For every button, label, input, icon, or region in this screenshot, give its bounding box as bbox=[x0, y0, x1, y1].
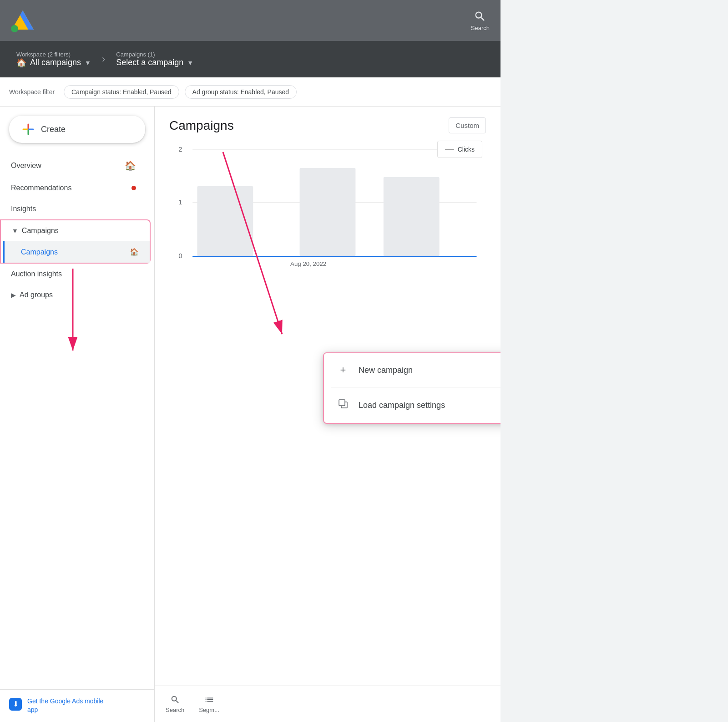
auction-insights-label: Auction insights bbox=[11, 270, 62, 278]
campaigns-home-icon: 🏠 bbox=[130, 248, 139, 256]
recommendations-label: Recommendations bbox=[11, 184, 71, 192]
svg-rect-15 bbox=[197, 186, 253, 256]
ad-groups-label: Ad groups bbox=[20, 291, 53, 299]
svg-text:0: 0 bbox=[178, 252, 182, 259]
sidebar-item-campaigns[interactable]: Campaigns 🏠 bbox=[3, 241, 150, 263]
mobile-download-icon: ⬇ bbox=[9, 698, 22, 711]
campaigns-sub-label: Campaigns bbox=[21, 248, 58, 256]
breadcrumb-separator: › bbox=[98, 53, 109, 65]
search-bottom-icon bbox=[170, 695, 180, 705]
campaigns-chevron-icon: ▼ bbox=[12, 227, 18, 234]
svg-text:2: 2 bbox=[178, 146, 182, 153]
campaigns-section: ▼ Campaigns Campaigns 🏠 bbox=[0, 219, 151, 264]
copy-icon bbox=[337, 398, 349, 412]
search-button[interactable]: Search bbox=[471, 10, 490, 31]
svg-rect-16 bbox=[300, 168, 356, 256]
filter-bar: Workspace filter Campaign status: Enable… bbox=[0, 77, 500, 107]
sidebar-bottom: ⬇ Get the Google Ads mobile app bbox=[0, 689, 154, 722]
segment-icon bbox=[204, 695, 214, 705]
search-segment-item[interactable]: Search bbox=[166, 695, 184, 713]
create-button[interactable]: Create bbox=[9, 116, 145, 143]
new-campaign-label: New campaign bbox=[359, 366, 413, 375]
ad-groups-chevron: ▶ bbox=[11, 291, 16, 299]
campaign-status-filter[interactable]: Campaign status: Enabled, Paused bbox=[64, 85, 179, 99]
workspace-value: All campaigns bbox=[30, 58, 81, 67]
campaigns-chevron: ▼ bbox=[187, 59, 193, 66]
plus-icon: + bbox=[337, 364, 349, 376]
search-icon bbox=[474, 10, 486, 23]
sidebar-item-overview[interactable]: Overview 🏠 bbox=[0, 154, 147, 178]
google-ads-logo-icon bbox=[11, 9, 35, 32]
segment-item[interactable]: Segm... bbox=[199, 695, 219, 713]
insights-label: Insights bbox=[11, 205, 36, 213]
campaigns-bc-label: Campaigns (1) bbox=[116, 51, 193, 58]
create-dropdown: + New campaign Load campaign settings bbox=[323, 352, 500, 424]
legend-line bbox=[445, 149, 454, 150]
main-content: Create Overview 🏠 Recommendations Insigh… bbox=[0, 107, 500, 722]
create-plus-icon bbox=[22, 123, 35, 136]
right-content: Campaigns Custom Clicks 2 1 0 bbox=[155, 107, 500, 722]
chart-svg: 2 1 0 Aug 20, 2022 bbox=[169, 141, 486, 268]
sidebar-item-recommendations[interactable]: Recommendations bbox=[0, 178, 147, 198]
overview-icon: 🏠 bbox=[125, 160, 136, 171]
svg-rect-17 bbox=[384, 177, 440, 256]
sidebar: Create Overview 🏠 Recommendations Insigh… bbox=[0, 107, 155, 722]
filter-bar-label: Workspace filter bbox=[9, 88, 55, 96]
campaigns-header: Campaigns Custom bbox=[155, 107, 500, 133]
campaigns-title: Campaigns bbox=[169, 118, 234, 133]
mobile-app-line1: Get the Google Ads mobile bbox=[27, 697, 103, 705]
campaigns-bc-value: Select a campaign bbox=[116, 58, 183, 67]
bottom-bar: Search Segm... bbox=[155, 686, 500, 722]
breadcrumb-workspace[interactable]: Workspace (2 filters) 🏠 All campaigns ▼ bbox=[9, 47, 98, 71]
campaigns-section-header[interactable]: ▼ Campaigns bbox=[1, 220, 150, 241]
recommendations-dot bbox=[131, 186, 136, 190]
mobile-app-text: Get the Google Ads mobile app bbox=[27, 697, 103, 715]
breadcrumb-campaigns[interactable]: Campaigns (1) Select a campaign ▼ bbox=[109, 47, 201, 71]
svg-text:1: 1 bbox=[178, 198, 182, 206]
load-campaign-label: Load campaign settings bbox=[359, 401, 445, 410]
overview-label: Overview bbox=[11, 162, 41, 170]
sidebar-item-auction-insights[interactable]: Auction insights bbox=[0, 264, 147, 285]
search-bottom-label: Search bbox=[166, 707, 184, 713]
load-campaign-settings-item[interactable]: Load campaign settings bbox=[324, 387, 500, 423]
chart-legend: Clicks bbox=[437, 141, 482, 158]
sidebar-item-insights[interactable]: Insights bbox=[0, 198, 147, 219]
custom-button[interactable]: Custom bbox=[449, 117, 486, 133]
svg-rect-20 bbox=[339, 400, 345, 406]
sidebar-item-ad-groups[interactable]: ▶ Ad groups bbox=[0, 285, 154, 305]
svg-point-2 bbox=[11, 25, 18, 32]
search-label: Search bbox=[471, 25, 490, 31]
breadcrumb-bar: Workspace (2 filters) 🏠 All campaigns ▼ … bbox=[0, 41, 500, 77]
svg-text:Aug 20, 2022: Aug 20, 2022 bbox=[290, 260, 326, 267]
mobile-app-line2: app bbox=[27, 706, 38, 713]
legend-label: Clicks bbox=[458, 146, 475, 153]
new-campaign-item[interactable]: + New campaign bbox=[324, 353, 500, 387]
google-ads-logo bbox=[11, 9, 35, 32]
home-icon: 🏠 bbox=[16, 58, 26, 68]
campaigns-section-label: Campaigns bbox=[22, 227, 59, 235]
top-header: Search bbox=[0, 0, 500, 41]
mobile-app-link[interactable]: ⬇ Get the Google Ads mobile app bbox=[9, 697, 145, 715]
chart-area: Clicks 2 1 0 Aug 20, 2022 bbox=[155, 133, 500, 279]
create-label: Create bbox=[41, 125, 66, 134]
segment-label: Segm... bbox=[199, 707, 219, 713]
ad-group-status-filter[interactable]: Ad group status: Enabled, Paused bbox=[185, 85, 297, 99]
workspace-chevron: ▼ bbox=[85, 59, 91, 66]
workspace-label: Workspace (2 filters) bbox=[16, 51, 91, 58]
